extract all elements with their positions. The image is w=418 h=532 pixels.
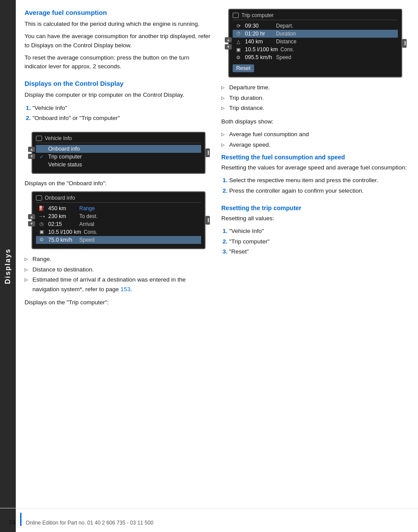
row-duration: ⏱ 01:20 hr Duration: [233, 30, 398, 38]
reset-trip-step1: "Vehicle Info": [229, 226, 409, 236]
onboard-info-screen-wrapper: Onboard info ⛽ 450 km Range →• 230 km To…: [32, 191, 205, 249]
reset-trip-heading: Resetting the trip computer: [221, 204, 409, 211]
onboard-info-screen-title: Onboard info: [45, 195, 75, 201]
row-distance: △ 140 km Distance: [233, 38, 398, 46]
page-footer: 74 Online Edition for Part no. 01 40 2 6…: [0, 508, 418, 532]
side-tab: Displays: [0, 0, 16, 532]
row-arrival: ◷ 02:15 Arrival: [36, 220, 201, 228]
range-label: Range: [79, 205, 95, 211]
nav-up[interactable]: ▲: [28, 147, 35, 152]
nav-down3[interactable]: ▼: [225, 44, 232, 49]
reset-bar[interactable]: Reset: [233, 64, 254, 72]
reset-trip-intro: Resetting all values:: [221, 214, 409, 223]
left-column: Average fuel consumption This is calcula…: [25, 9, 213, 523]
row-to-dest: →• 230 km To dest.: [36, 212, 201, 220]
step-1: "Vehicle Info": [32, 103, 213, 113]
row-trip-computer: ✓ Trip computer: [36, 153, 201, 161]
reset-fuel-steps: Select the respective menu item and pres…: [229, 176, 409, 195]
onboard-bullets: Range. Distance to destination. Estimate…: [25, 254, 213, 294]
bullet-distance: Distance to destination.: [25, 265, 213, 275]
footer-page-num: 74: [9, 519, 16, 526]
trip-computer-screen-wrapper: Trip computer ⟳ 09:30 Depart. ⏱ 01:20 hr…: [228, 9, 402, 78]
cons-label: Cons.: [84, 229, 97, 235]
row-speed: ⚙ 75.0 km/h Speed: [36, 236, 201, 244]
screen-right-btn2[interactable]: ▐: [205, 216, 210, 225]
cons2-value: 10.5 l/100 km: [245, 46, 278, 53]
row-vehicle-status: Vehicle status: [36, 161, 201, 169]
main-content: Average fuel consumption This is calcula…: [16, 0, 418, 532]
footer-text: Online Edition for Part no. 01 40 2 606 …: [26, 520, 154, 526]
to-dest-label: To dest.: [79, 213, 98, 219]
vehicle-info-title: Vehicle Info: [45, 135, 72, 141]
screen-nav-onboard: ▲ ▼: [28, 214, 35, 226]
screen-right-btn[interactable]: ▐: [205, 148, 210, 157]
checkmark-icon: ✓: [38, 154, 46, 160]
row-cons2: ▣ 10.5 l/100 km Cons.: [233, 46, 398, 53]
screen-right-btn3[interactable]: ▐: [402, 39, 407, 48]
arrival-value: 02:15: [48, 221, 77, 227]
bullet-trip-duration: Trip duration.: [221, 93, 409, 103]
nav-up3[interactable]: ▲: [225, 37, 232, 42]
distance-label: Distance: [276, 39, 297, 45]
row-cons: ▣ 10.5 l/100 km Cons.: [36, 228, 201, 236]
arrival-label: Arrival: [79, 221, 94, 227]
vehicle-info-header: Vehicle Info: [36, 135, 201, 143]
trip-computer-screen-title: Trip computer: [241, 12, 274, 18]
speed2-value: 095.5 km/h: [245, 54, 273, 60]
row-depart: ⟳ 09:30 Depart.: [233, 22, 398, 30]
onboard-info-label: Onboard info: [48, 146, 80, 152]
side-tab-label: Displays: [4, 248, 12, 284]
screen-icon3: [233, 13, 239, 18]
bullet-trip-distance: Trip distance.: [221, 103, 409, 113]
screen-icon2: [36, 195, 42, 201]
nav-down2[interactable]: ▼: [28, 221, 35, 226]
bullet-depart-time: Departure time.: [221, 83, 409, 92]
step-2: "Onboard info" or "Trip computer": [32, 113, 213, 123]
speed-value: 75.0 km/h: [48, 237, 77, 243]
control-display-steps: "Vehicle Info" "Onboard info" or "Trip c…: [32, 103, 213, 123]
control-display-intro: Display the computer or trip computer on…: [25, 91, 213, 99]
cons2-label: Cons.: [280, 46, 294, 53]
duration-label: Duration: [276, 31, 296, 37]
vehicle-info-screen-wrapper: Vehicle Info Onboard info ✓ Trip compute…: [32, 132, 205, 174]
bullet-range: Range.: [25, 254, 213, 264]
reset-fuel-step1: Select the respective menu item and pres…: [229, 176, 409, 185]
footer-divider: [20, 513, 21, 526]
trip-computer-section-label: Displays on the "Trip computer":: [25, 298, 213, 307]
bullet-avg-speed: Average speed.: [221, 140, 409, 150]
trip-computer-header: Trip computer: [233, 12, 398, 20]
reset-fuel-step2: Press the controller again to confirm yo…: [229, 186, 409, 196]
section-control-display: Displays on the Control Display Display …: [25, 80, 213, 123]
speed2-label: Speed: [276, 54, 291, 60]
onboard-info-screen: Onboard info ⛽ 450 km Range →• 230 km To…: [32, 191, 205, 249]
depart-label: Depart.: [276, 23, 293, 29]
distance-value: 140 km: [245, 39, 273, 45]
screen-nav-left: ▲ ▼: [28, 147, 35, 159]
reset-trip-steps: "Vehicle Info" "Trip computer" "Reset": [229, 226, 409, 257]
control-display-heading: Displays on the Control Display: [25, 80, 213, 87]
reset-trip-step2: "Trip computer": [229, 237, 409, 247]
row-speed2: ⚙ 095.5 km/h Speed: [233, 53, 398, 61]
vehicle-info-body: Onboard info ✓ Trip computer Vehicle sta…: [36, 145, 201, 169]
onboard-info-section-label: Displays on the "Onboard info":: [25, 179, 213, 188]
trip-computer-screen: Trip computer ⟳ 09:30 Depart. ⏱ 01:20 hr…: [228, 9, 402, 78]
right-column: Trip computer ⟳ 09:30 Depart. ⏱ 01:20 hr…: [221, 9, 409, 523]
both-displays-label: Both displays show:: [221, 117, 409, 126]
row-onboard-info: Onboard info: [36, 145, 201, 153]
page-ref-link[interactable]: 153: [120, 286, 131, 292]
reset-trip-step3: "Reset": [229, 247, 409, 257]
nav-down[interactable]: ▼: [28, 154, 35, 159]
onboard-info-header: Onboard info: [36, 195, 201, 203]
avg-fuel-para3: To reset the average consumption: press …: [25, 53, 213, 71]
reset-fuel-intro: Resetting the values for average speed a…: [221, 163, 409, 172]
reset-fuel-heading: Resetting the fuel consumption and speed: [221, 154, 409, 161]
range-value: 450 km: [48, 205, 77, 211]
avg-fuel-para1: This is calculated for the period during…: [25, 20, 213, 28]
section-avg-fuel: Average fuel consumption This is calcula…: [25, 9, 213, 71]
nav-up2[interactable]: ▲: [28, 214, 35, 219]
row-range: ⛽ 450 km Range: [36, 204, 201, 212]
bullet-avg-fuel: Average fuel consumption and: [221, 130, 409, 139]
avg-fuel-para2: You can have the average consumption for…: [25, 32, 213, 50]
onboard-info-body: ⛽ 450 km Range →• 230 km To dest. ◷ 02:1…: [36, 204, 201, 244]
depart-value: 09:30: [245, 23, 273, 29]
